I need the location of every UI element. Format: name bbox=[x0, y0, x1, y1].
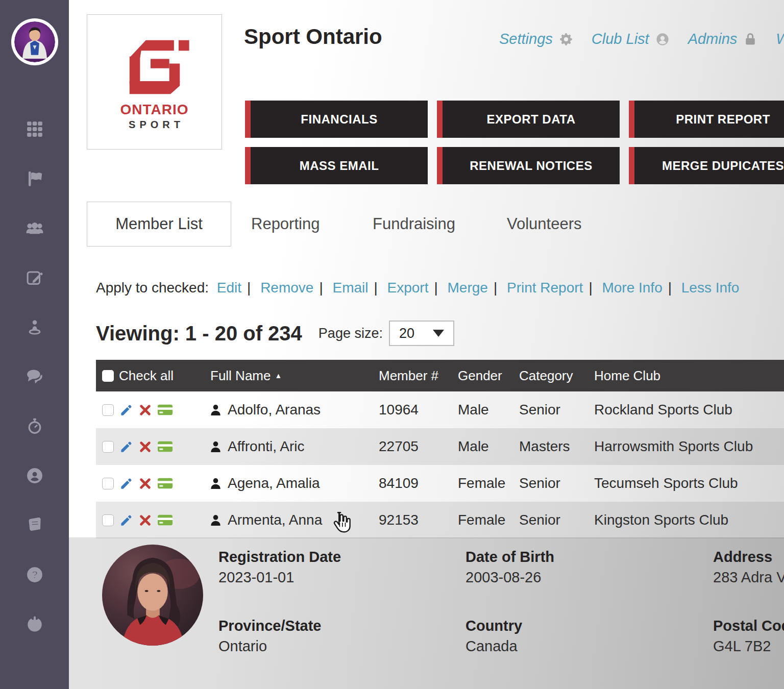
export-data-button[interactable]: EXPORT DATA bbox=[437, 101, 620, 138]
member-name[interactable]: Agena, Amalia bbox=[228, 475, 320, 491]
col-member-number[interactable]: Member # bbox=[379, 368, 458, 384]
credit-card-icon[interactable] bbox=[157, 404, 173, 416]
edit-pencil-icon[interactable] bbox=[119, 513, 133, 527]
person-icon bbox=[210, 404, 221, 416]
page-size-select[interactable]: 20 bbox=[389, 321, 454, 346]
nav-club-list-label: Club List bbox=[592, 31, 649, 47]
col-home-club[interactable]: Home Club bbox=[594, 368, 784, 384]
users-group-icon[interactable] bbox=[24, 219, 45, 237]
check-all-checkbox[interactable] bbox=[102, 370, 114, 382]
member-category: Masters bbox=[519, 438, 594, 455]
member-name[interactable]: Adolfo, Aranas bbox=[228, 402, 321, 418]
row-checkbox[interactable] bbox=[102, 514, 114, 526]
nav-website[interactable]: Web bbox=[776, 31, 784, 47]
action-buttons: FINANCIALS EXPORT DATA PRINT REPORT MASS… bbox=[245, 101, 784, 184]
nav-settings[interactable]: Settings bbox=[499, 31, 573, 47]
stopwatch-icon[interactable] bbox=[24, 417, 45, 435]
delete-x-icon[interactable] bbox=[139, 404, 152, 416]
compose-icon[interactable] bbox=[24, 268, 45, 287]
flag-icon[interactable] bbox=[24, 169, 45, 188]
tab-fundraising[interactable]: Fundraising bbox=[373, 202, 455, 247]
col-gender[interactable]: Gender bbox=[458, 368, 519, 384]
table-row[interactable]: Adolfo, Aranas 10964 Male Senior Rocklan… bbox=[96, 391, 784, 428]
field-value: Canada bbox=[465, 638, 554, 655]
delete-x-icon[interactable] bbox=[139, 514, 152, 527]
tab-volunteers[interactable]: Volunteers bbox=[507, 202, 582, 247]
field-postal-code: Postal Code G4L 7B2 bbox=[713, 618, 784, 655]
credit-card-icon[interactable] bbox=[157, 477, 173, 489]
print-report-button[interactable]: PRINT REPORT bbox=[629, 101, 784, 138]
book-icon[interactable] bbox=[24, 516, 45, 534]
delete-x-icon[interactable] bbox=[139, 477, 152, 490]
help-icon[interactable]: ? bbox=[24, 565, 45, 584]
financials-button[interactable]: FINANCIALS bbox=[245, 101, 428, 138]
nav-settings-label: Settings bbox=[499, 31, 553, 47]
member-name[interactable]: Affronti, Aric bbox=[228, 438, 304, 455]
nav-website-label: Web bbox=[776, 31, 784, 47]
user-circle-icon[interactable] bbox=[24, 466, 45, 485]
field-value: Ontario bbox=[218, 638, 341, 655]
tab-member-list[interactable]: Member List bbox=[87, 202, 231, 247]
member-photo bbox=[102, 545, 203, 646]
edit-pencil-icon[interactable] bbox=[119, 403, 133, 417]
table-row[interactable]: Affronti, Aric 22705 Male Masters Harrow… bbox=[96, 428, 784, 465]
field-value: G4L 7B2 bbox=[713, 638, 784, 655]
member-gender: Male bbox=[458, 438, 519, 455]
person-icon bbox=[210, 514, 221, 527]
check-all-label: Check all bbox=[119, 368, 174, 384]
sidebar: ? bbox=[0, 0, 69, 689]
apply-edit-link[interactable]: Edit bbox=[217, 280, 241, 296]
edit-pencil-icon[interactable] bbox=[119, 477, 133, 490]
separator: | bbox=[374, 280, 377, 296]
apps-grid-icon[interactable] bbox=[24, 120, 45, 138]
merge-duplicates-button[interactable]: MERGE DUPICATES bbox=[629, 147, 784, 184]
power-icon[interactable] bbox=[24, 615, 45, 633]
field-value: 283 Adra V bbox=[713, 569, 784, 586]
table-row[interactable]: Agena, Amalia 84109 Female Senior Tecums… bbox=[96, 465, 784, 502]
row-checkbox[interactable] bbox=[102, 478, 114, 489]
apply-more-info-link[interactable]: More Info bbox=[602, 280, 662, 296]
separator: | bbox=[494, 280, 497, 296]
person-icon bbox=[210, 440, 221, 453]
separator: | bbox=[247, 280, 251, 296]
tab-reporting[interactable]: Reporting bbox=[251, 202, 320, 247]
org-logo-card: ONTARIO SPORT bbox=[87, 14, 222, 150]
apply-export-link[interactable]: Export bbox=[387, 280, 429, 296]
edit-pencil-icon[interactable] bbox=[119, 440, 133, 454]
pagination-row: Viewing: 1 - 20 of 234 Page size: 20 bbox=[96, 321, 454, 346]
nav-admins[interactable]: Admins bbox=[688, 31, 758, 47]
member-gender: Male bbox=[458, 402, 519, 418]
user-avatar[interactable] bbox=[11, 18, 58, 65]
apply-less-info-link[interactable]: Less Info bbox=[681, 280, 740, 296]
credit-card-icon[interactable] bbox=[157, 440, 173, 453]
person-icon bbox=[210, 477, 221, 490]
chat-icon[interactable] bbox=[24, 367, 45, 386]
nav-club-list[interactable]: Club List bbox=[592, 31, 670, 47]
member-number: 92153 bbox=[379, 512, 458, 528]
credit-card-icon[interactable] bbox=[157, 514, 173, 526]
member-category: Senior bbox=[519, 475, 594, 491]
member-category: Senior bbox=[519, 402, 594, 418]
renewal-notices-button[interactable]: RENEWAL NOTICES bbox=[437, 147, 620, 184]
apply-remove-link[interactable]: Remove bbox=[260, 280, 313, 296]
field-label: Postal Code bbox=[713, 618, 784, 634]
col-category[interactable]: Category bbox=[519, 368, 594, 384]
logo-word-primary: ONTARIO bbox=[120, 102, 188, 118]
apply-print-report-link[interactable]: Print Report bbox=[507, 280, 583, 296]
member-category: Senior bbox=[519, 512, 594, 528]
row-checkbox[interactable] bbox=[102, 441, 114, 453]
page-size-label: Page size: bbox=[318, 326, 383, 341]
field-label: Registration Date bbox=[218, 549, 341, 565]
member-club: Rockland Sports Club bbox=[594, 402, 784, 418]
apply-email-link[interactable]: Email bbox=[332, 280, 368, 296]
mass-email-button[interactable]: MASS EMAIL bbox=[245, 147, 428, 184]
apply-merge-link[interactable]: Merge bbox=[448, 280, 488, 296]
field-label: Province/State bbox=[218, 618, 341, 634]
detail-col-2: Date of Birth 2003-08-26 Country Canada bbox=[465, 549, 554, 655]
person-marker-icon[interactable] bbox=[24, 318, 45, 336]
delete-x-icon[interactable] bbox=[139, 440, 152, 453]
table-row-expanded[interactable]: Armenta, Anna 92153 Female Senior Kingst… bbox=[96, 502, 784, 538]
member-name[interactable]: Armenta, Anna bbox=[228, 512, 322, 528]
col-full-name[interactable]: Full Name bbox=[210, 368, 271, 384]
row-checkbox[interactable] bbox=[102, 404, 114, 416]
